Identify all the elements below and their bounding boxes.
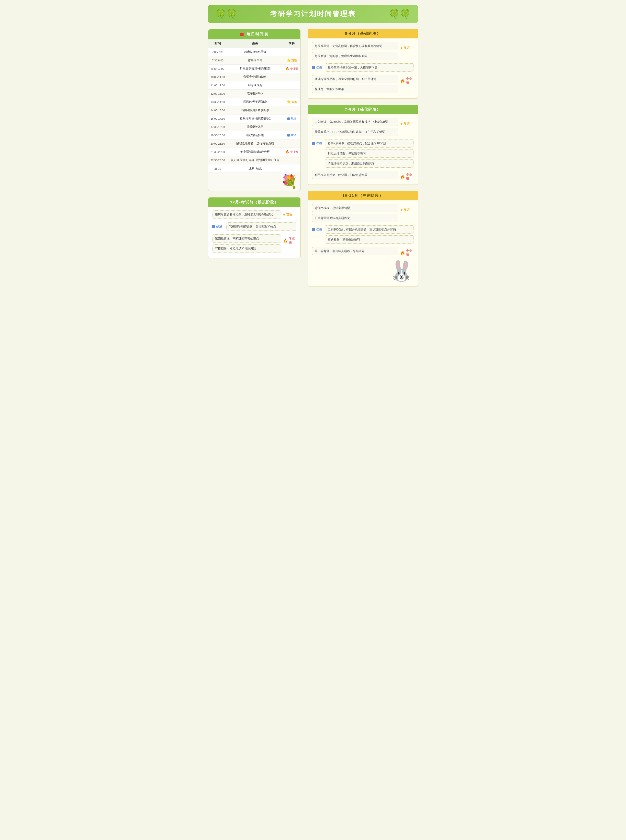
main-layout: 每日时间表 时间 任务 学科 7:00-7:30起床洗漱+吃早饭7:30-8:0… <box>208 29 418 292</box>
phase-79-section: 7-9月（强化阶段） 二刷阅读，分析阅读，掌握答题思路和技巧，继续背单词 看重联… <box>308 105 418 185</box>
phase-1011-header: 10-11月（冲刺阶段） <box>308 191 418 201</box>
phase-79-header: 7-9月（强化阶段） <box>308 105 418 114</box>
decoration-row: 💐 <box>208 173 300 191</box>
phase-12-section: 12月-考试前（模拟阶段） 刷历年真题和模拟题，及时复盘和整理知识点 ● 英语 <box>208 197 301 259</box>
phase-79-major-label: 专业课 <box>406 173 414 181</box>
phase-56-politics-label: 政治 <box>316 65 322 69</box>
phase-1011-politics-item-1: 二刷1000题，标记并总结错题，重点巩固弱点并背诵 <box>325 226 414 234</box>
phase-56-english-label: 英语 <box>404 46 410 50</box>
cell-task: 吃晚饭+休息 <box>227 123 283 131</box>
cell-task: 听专业课视频+梳理框架 <box>227 64 283 73</box>
phase-12-english-label: 英语 <box>286 213 292 217</box>
cell-time: 17:30-18:30 <box>208 123 227 131</box>
cell-subject <box>283 81 300 89</box>
cell-subject <box>283 139 300 148</box>
cell-task: 专业课错题总结合分析 <box>227 148 283 156</box>
phase-56-major-label: 专业课 <box>406 77 414 85</box>
cell-subject <box>283 123 300 131</box>
cell-time: 11:00-12:00 <box>208 81 227 89</box>
phase-12-header: 12月-考试前（模拟阶段） <box>208 197 300 207</box>
phase-56-body: 每天被单词，先背高频词，再背核心词和其他考纲词 每天精读一篇阅读，整理出生词和长… <box>308 38 418 99</box>
table-row: 7:00-7:30起床洗漱+吃早饭 <box>208 48 300 56</box>
phase-12-content: 刷历年真题和模拟题，及时复盘和整理知识点 ● 英语 政治 <box>212 210 296 254</box>
col-header-subject: 学科 <box>283 39 300 48</box>
page-header: 🍀🍀 考研学习计划时间管理表 🍀🍀 <box>208 5 418 23</box>
phase-1011-body: 背作文模板，总结常用句型 日常背单词并练习真题作文 ● 英语 政治 <box>308 201 418 287</box>
cell-subject: 🔥 专业课 <box>283 64 300 73</box>
cell-time: 18:30-20:00 <box>208 131 227 139</box>
cell-subject: 政治 <box>283 131 300 139</box>
cell-time: 13:30-14:00 <box>208 98 227 106</box>
table-row: 11:00-12:00刷专业课题 <box>208 81 300 89</box>
cell-task: 写阅读真题+精读阅读 <box>227 106 283 114</box>
header-deco-left: 🍀🍀 <box>215 9 237 19</box>
phase-12-major-item-2: 写模拟卷，模拟考场和答题思路 <box>212 244 281 253</box>
phase-1011-major-label: 专业课 <box>406 249 414 257</box>
phase-79-content: 二刷阅读，分析阅读，掌握答题思路和技巧，继续背单词 看重联系小三门，分析语法和长… <box>312 118 414 181</box>
phase-56-section: 5-6月（基础阶段） 每天被单词，先背高频词，再背核心词和其他考纲词 每天精读一… <box>308 29 418 99</box>
cell-time: 7:30-8:00 <box>208 56 227 64</box>
col-header-task: 任务 <box>227 39 283 48</box>
phase-1011-section: 10-11月（冲刺阶段） 背作文模板，总结常用句型 日常背单词并练习真题作文 ●… <box>308 191 418 287</box>
page-title: 考研学习计划时间管理表 <box>270 10 356 17</box>
schedule-table: 时间 任务 学科 7:00-7:30起床洗漱+吃早饭7:30-8:00背英语单词… <box>208 39 300 191</box>
cell-time: 16:00-17:30 <box>208 114 227 123</box>
phase-1011-politics-label: 政治 <box>316 227 322 232</box>
cell-subject <box>283 48 300 56</box>
phase-1011-major-item-1: 第三轮背诵：刷历年真题卷，总结错题 <box>312 247 398 255</box>
phase-1011-english-item-1: 背作文模板，总结常用句型 <box>312 204 398 212</box>
phase-56-english-item-1: 每天被单词，先背高频词，再背核心词和其他考纲词 <box>312 42 398 50</box>
cell-subject: 🔥 专业课 <box>283 148 300 156</box>
phase-56-major-item-2: 梳理每一章的知识框架 <box>312 85 398 93</box>
phase-1011-content: 背作文模板，总结常用句型 日常背单词并练习真题作文 ● 英语 政治 <box>312 204 414 283</box>
col-header-time: 时间 <box>208 39 227 48</box>
cell-subject <box>283 73 300 81</box>
table-row: 8:30-10:00听专业课视频+梳理框架🔥 专业课 <box>208 64 300 73</box>
daily-table-title: 每日时间表 <box>246 32 269 36</box>
phase-79-english-item-1: 二刷阅读，分析阅读，掌握答题思路和技巧，继续背单词 <box>312 118 398 126</box>
cell-task: 看政治阅读+整理知识点 <box>227 114 283 123</box>
phase-79-body: 二刷阅读，分析阅读，掌握答题思路和技巧，继续背单词 看重联系小三门，分析语法和长… <box>308 114 418 185</box>
cell-time: 12:00-13:00 <box>208 89 227 98</box>
cell-task: 起床洗漱+吃早饭 <box>227 48 283 56</box>
cell-time: 23:30 <box>208 165 227 173</box>
rabbit-decoration: 🐰 <box>389 260 414 282</box>
politics-icon-79 <box>312 142 315 145</box>
phase-56-header: 5-6月（基础阶段） <box>308 29 418 38</box>
phase-56-content: 每天被单词，先背高频词，再背核心词和其他考纲词 每天精读一篇阅读，整理出生词和长… <box>312 42 414 95</box>
table-row: 22:30-23:00复习今天学习内容+规划明天学习任务 <box>208 156 300 165</box>
phase-1011-politics-item-2: 查缺补漏，掌握做题技巧 <box>325 235 414 244</box>
phase-79-politics-item-1: 看书&刷网课，整理知识点，配合练习1000题 <box>325 139 414 147</box>
daily-table-section: 每日时间表 时间 任务 学科 7:00-7:30起床洗漱+吃早饭7:30-8:0… <box>208 29 301 191</box>
cell-time: 20:00-21:30 <box>208 139 227 148</box>
cell-subject: ⭐ 英语 <box>283 56 300 64</box>
cell-subject: 政治 <box>283 114 300 123</box>
red-square-icon <box>240 33 244 36</box>
phase-12-major-item-1: 第四轮背诵，不断巩固完善知识点 <box>212 234 281 243</box>
right-column: 5-6月（基础阶段） 每天被单词，先背高频词，再背核心词和其他考纲词 每天精读一… <box>308 29 418 292</box>
cell-task: 背诵专业课知识点 <box>227 73 283 81</box>
flower-decoration: 💐 <box>208 173 300 191</box>
phase-12-body: 刷历年真题和模拟题，及时复盘和整理知识点 ● 英语 政治 <box>208 207 300 258</box>
phase-79-politics-item-2: 制定思维导图，保证随摹练习 <box>325 149 414 158</box>
phase-79-english-item-2: 看重联系小三门，分析语法和长难句，抓主干和关键词 <box>312 128 398 136</box>
cell-time: 10:00-11:00 <box>208 73 227 81</box>
phase-79-major-item-1: 利用框架开始第二轮背诵，知识点背牢固 <box>312 171 398 179</box>
table-row: 14:00-16:00写阅读真题+精读阅读 <box>208 106 300 114</box>
cell-task: 刷专业课题 <box>227 81 283 89</box>
phase-79-politics-label: 政治 <box>316 141 322 145</box>
phase-79-english-label: 英语 <box>404 122 410 126</box>
cell-task: 回顾昨天英语阅读 <box>227 98 283 106</box>
table-row: 17:30-18:30吃晚饭+休息 <box>208 123 300 131</box>
table-row: 18:30-20:00刷政治选择题 政治 <box>208 131 300 139</box>
phase-1011-english-item-2: 日常背单词并练习真题作文 <box>312 214 398 222</box>
cell-task: 背英语单词 <box>227 56 283 64</box>
cell-task: 刷政治选择题 <box>227 131 283 139</box>
cell-time: 21:30-22:30 <box>208 148 227 156</box>
cell-subject: ⭐ 英语 <box>283 98 300 106</box>
cell-subject <box>283 106 300 114</box>
cell-subject <box>283 89 300 98</box>
cell-task: 复习今天学习内容+规划明天学习任务 <box>227 156 283 165</box>
cell-subject <box>283 156 300 165</box>
table-row: 10:00-11:00背诵专业课知识点 <box>208 73 300 81</box>
